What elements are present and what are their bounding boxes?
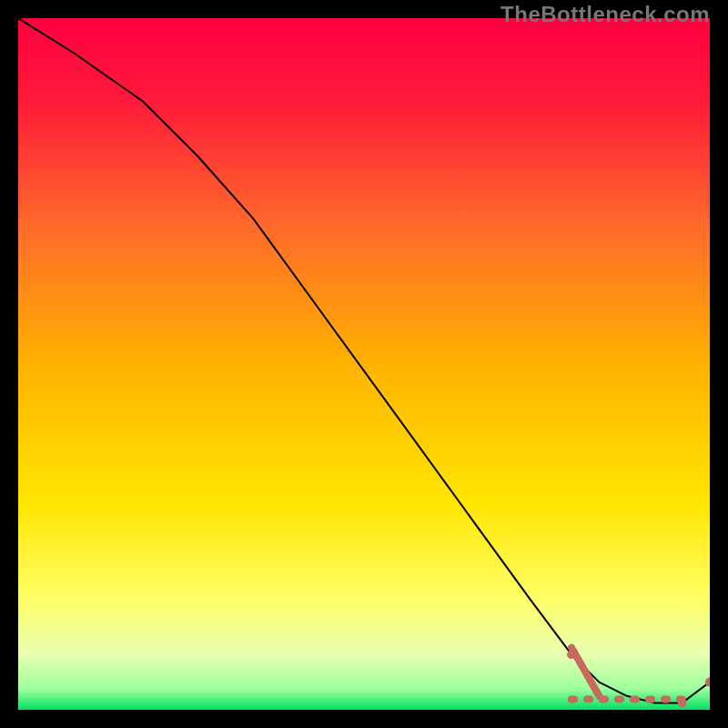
gradient-background xyxy=(18,18,710,710)
chart-frame: TheBottleneck.com xyxy=(0,0,728,728)
svg-point-2 xyxy=(567,650,576,659)
svg-point-3 xyxy=(678,698,687,707)
bottleneck-chart xyxy=(18,18,710,710)
watermark-text: TheBottleneck.com xyxy=(500,2,710,27)
